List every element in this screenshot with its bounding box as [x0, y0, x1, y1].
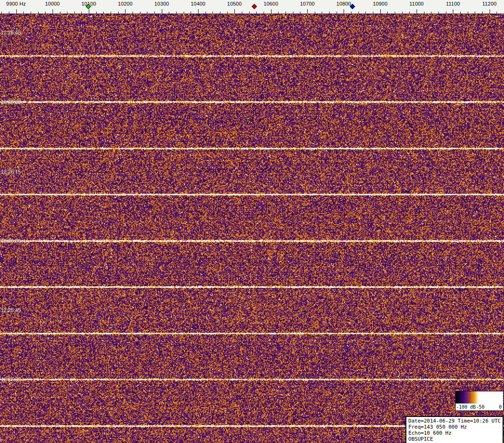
ruler-minor-tick: [111, 12, 111, 13]
ruler-minor-tick: [212, 12, 213, 13]
ruler-minor-tick: [264, 12, 264, 13]
ruler-minor-tick: [409, 12, 410, 13]
ruler-minor-tick: [322, 12, 322, 13]
ruler-minor-tick: [60, 12, 60, 13]
ruler-tick-label: 11200: [482, 1, 497, 7]
ruler-minor-tick: [23, 12, 24, 13]
ruler-minor-tick: [373, 12, 373, 13]
ruler-minor-tick: [191, 12, 191, 13]
ruler-minor-tick: [96, 12, 97, 13]
ruler-tick-label: 9900 Hz: [6, 1, 26, 7]
info-line: Freq=143 050 000 Hz: [408, 424, 501, 430]
ruler-minor-tick: [176, 12, 177, 13]
info-line: Date=2014-06-29 Time=10:26 UTC: [408, 418, 501, 424]
legend-gradient-bar: [456, 391, 503, 403]
ruler-minor-tick: [424, 12, 424, 13]
ruler-minor-tick: [337, 12, 337, 13]
ruler-tick-label: 10000: [45, 1, 60, 7]
ruler-minor-tick: [438, 12, 439, 13]
ruler-minor-tick: [38, 12, 39, 13]
ruler-tick-label: 10400: [191, 1, 206, 7]
ruler-tick-label: 10300: [154, 1, 169, 7]
info-line: Echo=10 600 Hz: [408, 430, 501, 436]
ruler-minor-tick: [206, 12, 206, 13]
ruler-minor-tick: [315, 12, 315, 13]
ruler-major-tick: [198, 9, 199, 13]
ruler-minor-tick: [103, 12, 104, 13]
ruler-minor-tick: [395, 12, 395, 13]
ruler-major-tick: [234, 9, 235, 13]
ruler-minor-tick: [482, 12, 483, 13]
ruler-minor-tick: [256, 12, 257, 13]
ruler-major-tick: [125, 9, 126, 13]
ruler-major-tick: [16, 9, 17, 13]
ruler-major-tick: [162, 9, 162, 13]
ruler-minor-tick: [67, 12, 67, 13]
ruler-major-tick: [307, 9, 308, 13]
ruler-minor-tick: [184, 12, 184, 13]
waterfall-area: 12:26:4512:26:3012:26:1512:26:0012:25:45…: [0, 14, 504, 443]
ruler-minor-tick: [351, 12, 351, 13]
ruler-minor-tick: [475, 12, 475, 13]
legend-labels: -100 dB -50 0: [456, 403, 503, 410]
ruler-tick-label: 10600: [264, 1, 279, 7]
ruler-minor-tick: [293, 12, 293, 13]
ruler-minor-tick: [9, 12, 9, 13]
ruler-major-tick: [380, 9, 381, 13]
ruler-major-tick: [89, 9, 89, 13]
status-info-box: Date=2014-06-29 Time=10:26 UTCFreq=143 0…: [405, 416, 504, 443]
ruler-major-tick: [417, 9, 417, 13]
waterfall-spectrogram-canvas[interactable]: [0, 14, 504, 443]
red-frequency-marker-icon[interactable]: [252, 4, 257, 9]
ruler-minor-tick: [169, 12, 169, 13]
ruler-minor-tick: [329, 12, 330, 13]
ruler-tick-label: 10800: [337, 1, 351, 7]
ruler-minor-tick: [74, 12, 75, 13]
ruler-minor-tick: [140, 12, 140, 13]
info-line: OBSUPICE: [408, 436, 501, 442]
frequency-ruler[interactable]: 9900 Hz100001010010200103001040010500106…: [0, 0, 504, 14]
ruler-minor-tick: [300, 12, 300, 13]
ruler-minor-tick: [431, 12, 431, 13]
ruler-major-tick: [344, 9, 344, 13]
ruler-minor-tick: [147, 12, 147, 13]
spectrum-lab-window: 9900 Hz100001010010200103001040010500106…: [0, 0, 504, 443]
legend-max-label: 0: [499, 404, 502, 410]
legend-min-label: -100 dB: [456, 404, 476, 410]
ruler-tick-label: 10700: [300, 1, 315, 7]
time-label: 12:26:00: [1, 238, 21, 244]
ruler-minor-tick: [285, 12, 286, 13]
ruler-minor-tick: [154, 12, 155, 13]
ruler-minor-tick: [387, 12, 388, 13]
ruler-minor-tick: [133, 12, 133, 13]
ruler-minor-tick: [497, 12, 497, 13]
ruler-minor-tick: [468, 12, 468, 13]
time-label: 12:26:30: [1, 99, 21, 105]
ruler-major-tick: [453, 9, 453, 13]
ruler-minor-tick: [365, 12, 366, 13]
amplitude-color-legend: -100 dB -50 0: [455, 391, 504, 411]
ruler-minor-tick: [358, 12, 359, 13]
ruler-tick-label: 11000: [410, 1, 424, 7]
ruler-tick-label: 10200: [118, 1, 133, 7]
time-label: 12:25:45: [1, 307, 21, 313]
time-label: 12:26:15: [1, 169, 21, 174]
ruler-minor-tick: [81, 12, 82, 13]
ruler-minor-tick: [1, 12, 2, 13]
ruler-major-tick: [490, 9, 490, 13]
ruler-minor-tick: [45, 12, 46, 13]
ruler-minor-tick: [249, 12, 250, 13]
time-label: 12:26:45: [1, 30, 21, 35]
ruler-minor-tick: [460, 12, 461, 13]
ruler-minor-tick: [220, 12, 220, 13]
legend-mid-label: -50: [476, 404, 484, 410]
ruler-minor-tick: [242, 12, 242, 13]
ruler-minor-tick: [402, 12, 403, 13]
ruler-tick-label: 10900: [373, 1, 388, 7]
ruler-minor-tick: [118, 12, 119, 13]
ruler-minor-tick: [31, 12, 31, 13]
ruler-minor-tick: [227, 12, 228, 13]
ruler-major-tick: [53, 9, 53, 13]
ruler-major-tick: [271, 9, 272, 13]
time-label: 12:25:30: [1, 377, 21, 382]
